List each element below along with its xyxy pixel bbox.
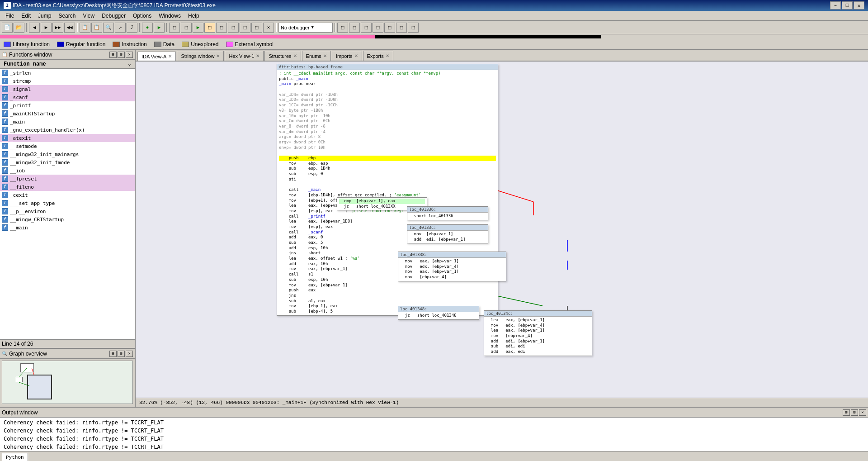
tab-close-icon[interactable]: ✕ — [354, 53, 358, 58]
ida-view-content[interactable]: Attributes: bp-based frame ; int __cdecl… — [136, 62, 868, 398]
menu-item-windows[interactable]: Windows — [155, 12, 184, 20]
menu-item-search[interactable]: Search — [55, 12, 79, 20]
output-float[interactable]: ⊞ — [843, 409, 850, 416]
functions-panel-dock[interactable]: ⊟ — [118, 52, 125, 58]
func-item--gnu-exception-handler-x-[interactable]: f_gnu_exception_handler(x) — [0, 126, 135, 134]
func-item--strcmp[interactable]: f_strcmp — [0, 77, 135, 85]
func-item--atexit[interactable]: f_atexit — [0, 134, 135, 142]
output-tab-python-label: Python — [6, 455, 24, 460]
maximize-button[interactable]: □ — [842, 1, 853, 10]
tab-structures[interactable]: Structures✕ — [264, 51, 301, 61]
toolbar-b9[interactable]: ✕ — [263, 23, 274, 33]
toolbar-d2[interactable]: ⬚ — [349, 23, 360, 33]
function-column-header: Function name — [4, 61, 46, 67]
tab-ida-view-a[interactable]: IDA View-A✕ — [137, 52, 176, 62]
func-item---p--environ[interactable]: f__p__environ — [0, 207, 135, 215]
toolbar-copy[interactable]: 📋 — [80, 23, 90, 33]
func-item--printf[interactable]: f_printf — [0, 101, 135, 109]
tab-close-icon[interactable]: ✕ — [293, 53, 297, 58]
toolbar-b6[interactable]: ⬚ — [228, 23, 239, 33]
toolbar-jump[interactable]: ⤴ — [127, 23, 137, 33]
func-item--signal[interactable]: f_signal — [0, 85, 135, 93]
func-item--cexit[interactable]: f_cexit — [0, 191, 135, 199]
toolbar-d1[interactable]: ⬚ — [337, 23, 348, 33]
menu-item-view[interactable]: View — [79, 12, 98, 20]
tab-close-icon[interactable]: ✕ — [216, 53, 220, 58]
toolbar-b1[interactable]: ⬚ — [169, 23, 180, 33]
func-item---mingw32-init-fmode[interactable]: f__mingw32_init_fmode — [0, 158, 135, 166]
menu-item-debugger[interactable]: Debugger — [98, 12, 129, 20]
tab-close-icon[interactable]: ✕ — [386, 53, 389, 58]
output-dock[interactable]: ⊟ — [851, 409, 858, 416]
minimize-button[interactable]: – — [830, 1, 841, 10]
tab-close-icon[interactable]: ✕ — [323, 53, 327, 58]
functions-panel-close[interactable]: ✕ — [126, 52, 133, 58]
toolbar-run-green2[interactable]: ▶ — [154, 23, 165, 33]
toolbar-run-green[interactable]: ● — [142, 23, 153, 33]
toolbar-prev[interactable]: ◀◀ — [64, 23, 75, 33]
menu-item-jump[interactable]: Jump — [34, 12, 55, 20]
output-close[interactable]: ✕ — [859, 409, 866, 416]
debugger-dropdown[interactable]: No debugger ▼ — [278, 23, 333, 33]
menu-item-options[interactable]: Options — [129, 12, 155, 20]
toolbar-forward[interactable]: ▶ — [41, 23, 52, 33]
toolbar-d3[interactable]: ⬚ — [361, 23, 372, 33]
func-name: __mingw32_init_mainargs — [10, 152, 79, 157]
func-item--mainCRTStartup[interactable]: f_mainCRTStartup — [0, 109, 135, 118]
menu-item-help[interactable]: Help — [184, 12, 203, 20]
toolbar-open[interactable]: 📂 — [14, 23, 24, 33]
legend-unexplored: Unexplored — [182, 41, 218, 48]
func-item---fileno[interactable]: f__fileno — [0, 183, 135, 191]
toolbar-b3[interactable]: ▶ — [193, 23, 203, 33]
toolbar-b4[interactable]: ⬚ — [204, 23, 215, 33]
graph-overview-dock[interactable]: ⊟ — [118, 351, 125, 357]
func-item---setmode[interactable]: f__setmode — [0, 142, 135, 150]
functions-panel-float[interactable]: ⊞ — [109, 52, 117, 58]
toolbar-b7[interactable]: ⬚ — [240, 23, 250, 33]
toolbar-search[interactable]: 🔍 — [103, 23, 114, 33]
tab-close-icon[interactable]: ✕ — [256, 53, 259, 58]
tab-hex-view-1[interactable]: Hex View-1✕ — [225, 51, 264, 61]
toolbar-back[interactable]: ◀ — [29, 23, 40, 33]
loc-block-4: loc_401348: jz short loc_401348 — [398, 306, 479, 320]
tab-strings-window[interactable]: Strings window✕ — [177, 51, 224, 61]
toolbar-new[interactable]: 📄 — [2, 23, 13, 33]
func-item--main[interactable]: f_main — [0, 118, 135, 126]
func-item---mingw32-init-mainargs[interactable]: f__mingw32_init_mainargs — [0, 150, 135, 158]
func-icon: f — [2, 184, 8, 190]
func-item---fpreset[interactable]: f__fpreset — [0, 175, 135, 183]
progress-bar-area — [0, 34, 868, 39]
graph-overview-float[interactable]: ⊞ — [109, 351, 117, 357]
function-list[interactable]: f_strlenf_strcmpf_signalf_scanff_printff… — [0, 69, 135, 339]
func-item----set-app-type[interactable]: f___set_app_type — [0, 199, 135, 207]
toolbar-d7[interactable]: ⬚ — [408, 23, 419, 33]
menu-item-file[interactable]: File — [2, 12, 18, 20]
func-item---main[interactable]: f__main — [0, 223, 135, 232]
func-icon: f — [2, 119, 8, 125]
func-item--strlen[interactable]: f_strlen — [0, 69, 135, 77]
graph-overview-content[interactable] — [2, 361, 133, 404]
toolbar-d4[interactable]: ⬚ — [373, 23, 383, 33]
tab-close-icon[interactable]: ✕ — [168, 54, 172, 59]
toolbar-b5[interactable]: ⬚ — [216, 23, 227, 33]
tab-exports[interactable]: Exports✕ — [363, 51, 393, 61]
toolbar-b2[interactable]: ⬚ — [181, 23, 192, 33]
graph-overview-close[interactable]: ✕ — [126, 351, 133, 357]
menu-item-edit[interactable]: Edit — [18, 12, 34, 20]
graph-canvas[interactable]: Attributes: bp-based frame ; int __cdecl… — [136, 62, 868, 398]
toolbar-b8[interactable]: ⬚ — [251, 23, 262, 33]
toolbar-d5[interactable]: ⬚ — [384, 23, 395, 33]
loc-block-3: loc_401338: mov eax, [ebp+var_1] mov edx… — [398, 252, 506, 281]
toolbar-d6[interactable]: ⬚ — [396, 23, 407, 33]
tab-enums[interactable]: Enums✕ — [302, 51, 331, 61]
func-item---iob[interactable]: f__iob — [0, 166, 135, 175]
func-item--scanf[interactable]: f_scanf — [0, 93, 135, 101]
output-tab-python[interactable]: Python — [2, 453, 28, 461]
func-item---mingw-CRTStartup[interactable]: f__mingw_CRTStartup — [0, 215, 135, 223]
toolbar-ref[interactable]: ↗ — [115, 23, 126, 33]
toolbar-next[interactable]: ▶▶ — [52, 23, 63, 33]
toolbar: 📄 📂 ◀ ▶ ▶▶ ◀◀ 📋 📋 🔍 ↗ ⤴ ● ▶ ⬚ ⬚ ▶ ⬚ ⬚ ⬚ … — [0, 21, 868, 34]
toolbar-paste[interactable]: 📋 — [91, 23, 102, 33]
tab-imports[interactable]: Imports✕ — [332, 51, 362, 61]
close-button[interactable]: ✕ — [854, 1, 864, 10]
